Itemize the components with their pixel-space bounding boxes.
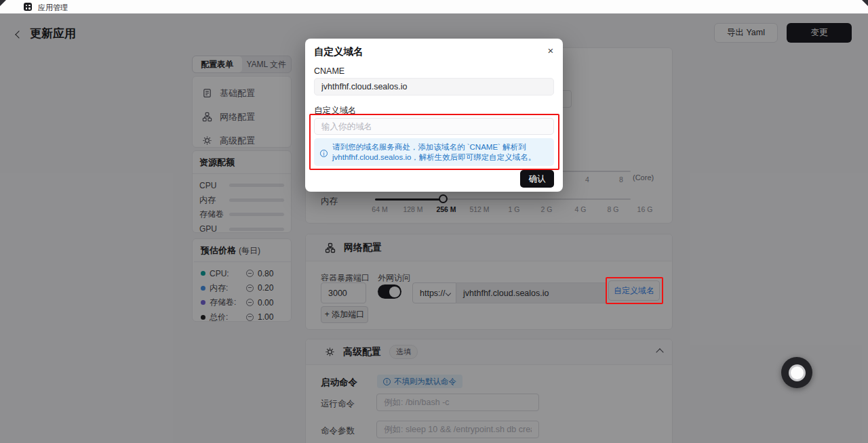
modal-close-button[interactable]: × <box>544 43 557 57</box>
confirm-button[interactable]: 确认 <box>520 170 554 188</box>
modal-title: 自定义域名 <box>314 45 363 58</box>
cname-info-text: 请到您的域名服务商处，添加该域名的 `CNAME` 解析到 jvhthfhf.c… <box>332 142 548 166</box>
close-icon: × <box>548 45 554 56</box>
custom-domain-modal: 自定义域名 × CNAME 自定义域名 i 请到您的域名服务商处，添加该域名的 … <box>305 39 563 192</box>
custom-domain-input[interactable] <box>314 118 554 135</box>
window-title: 应用管理 <box>38 3 68 13</box>
app-grid-icon <box>24 3 32 11</box>
cname-input-wrap <box>314 78 554 96</box>
info-icon: i <box>320 150 328 157</box>
record-circle-icon <box>789 364 806 381</box>
custom-domain-input-wrap <box>314 118 554 135</box>
cname-info-box: i 请到您的域名服务商处，添加该域名的 `CNAME` 解析到 jvhthfhf… <box>314 138 554 166</box>
window-titlebar: 应用管理 <box>0 0 868 14</box>
floating-assistant-button[interactable] <box>781 357 812 388</box>
cname-input[interactable] <box>314 78 554 96</box>
custom-domain-label: 自定义域名 <box>314 105 357 117</box>
cname-label: CNAME <box>314 66 344 76</box>
